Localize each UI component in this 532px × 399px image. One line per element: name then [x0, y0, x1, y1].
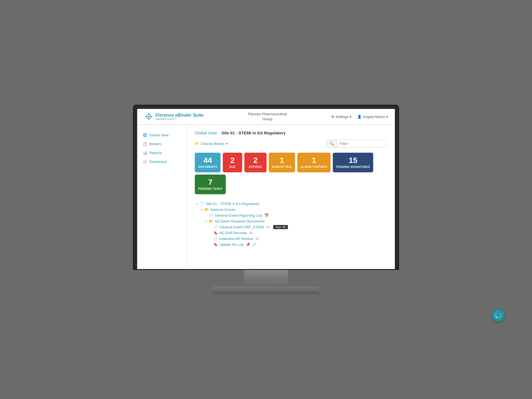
- logo-icon: [144, 112, 154, 122]
- binders-icon: 📋: [143, 142, 147, 146]
- tree-ae-required-docs: ▭ 📂 AE Event Required Documents: [204, 218, 387, 224]
- tree-ae-ehr-records: 🔖 AE EHR Records 🏷: [208, 230, 387, 236]
- sidebar-item-binders[interactable]: 📋 Binders: [137, 139, 187, 148]
- chat-button[interactable]: [492, 309, 504, 321]
- svg-point-6: [148, 114, 149, 115]
- svg-point-8: [146, 116, 147, 117]
- header-right: ⚙ Settings ▾ 👤 Angela Nelms ▾: [331, 115, 388, 119]
- filter-area: 🔍: [326, 140, 387, 148]
- org-name: Placebo Pharmaceutical Group: [248, 112, 287, 122]
- tree-ae-crf-stemi-label[interactable]: Adverse Event CRF_STEMI: [219, 225, 264, 229]
- globe-icon: 🌐: [143, 133, 147, 137]
- svg-point-9: [150, 116, 152, 117]
- tag-icon-3[interactable]: 🏷: [255, 237, 259, 241]
- stat-cards: 44 DOCUMENTS 2 DUE 2 EXPIRED 1: [195, 153, 387, 194]
- tree-adverse-events: ▭ 📂 Adverse Events: [199, 207, 387, 213]
- stat-card-pending-tasks[interactable]: 7 PENDING TASKS: [195, 175, 226, 194]
- tree-institution-ae-review: 📄 Institution AE Review 🏷: [208, 236, 387, 242]
- document-icon-2: 📄: [213, 225, 218, 229]
- app-body: 🌐 Global View 📋 Binders 📊 Reports 📈 Dash…: [137, 125, 395, 269]
- document-icon: 📄: [209, 213, 213, 218]
- user-menu[interactable]: 👤 Angela Nelms ▾: [357, 115, 388, 119]
- tag-icon-4[interactable]: 🏷: [253, 242, 256, 247]
- tree-ae-reporting-log: 📄 Adverse Event Reporting Log 📅: [204, 213, 387, 218]
- sidebar-item-reports[interactable]: 📊 Reports: [137, 148, 187, 157]
- tree-root: ▭ 📄 Site 01 - STEMI in EA Regulatory: [195, 201, 387, 207]
- calendar-icon[interactable]: 📅: [264, 213, 269, 218]
- sidebar-item-dashboard[interactable]: 📈 Dashboard: [137, 157, 187, 166]
- bookmark-icon-2: 🔖: [213, 242, 218, 247]
- svg-point-7: [148, 118, 149, 119]
- tree-root-label[interactable]: Site 01 - STEMI in EA Regulatory: [206, 202, 259, 206]
- tree-adverse-events-label[interactable]: Adverse Events: [210, 208, 236, 212]
- gear-icon: ⚙: [331, 115, 334, 119]
- stat-card-expired[interactable]: 2 EXPIRED: [244, 153, 267, 172]
- folder-icon: 📄: [200, 202, 204, 206]
- logo-subtitle: eBINDER SUITE™: [155, 118, 204, 121]
- settings-chevron-icon: ▾: [350, 115, 352, 119]
- chat-icon: [495, 312, 501, 318]
- bookmark-icon-1: 🔖: [213, 231, 218, 235]
- app-header: Florence eBinder Suite eBINDER SUITE™ Pl…: [137, 109, 395, 125]
- breadcrumb-separator: ›: [219, 131, 220, 135]
- tree-toggle-root[interactable]: ▭: [195, 202, 199, 206]
- reports-icon: 📊: [143, 150, 147, 155]
- sidebar: 🌐 Global View 📋 Binders 📊 Reports 📈 Dash…: [137, 125, 187, 269]
- tree-container: ▭ 📄 Site 01 - STEMI in EA Regulatory ▭ 📂…: [195, 201, 387, 247]
- breadcrumb: Global View › Site 01 - STEMI in EA Regu…: [195, 131, 387, 135]
- tree-update-ae-log: 🔖 Update AE Log 📌 🏷: [208, 242, 387, 247]
- tree-toggle-ae-req[interactable]: ▭: [204, 219, 208, 223]
- svg-point-5: [148, 116, 150, 117]
- tree-ae-reporting-log-label[interactable]: Adverse Event Reporting Log: [215, 213, 262, 218]
- tag-icon-2[interactable]: 🏷: [249, 231, 253, 235]
- binder-icon: 📁: [195, 142, 199, 146]
- dashboard-icon: 📈: [143, 159, 147, 164]
- pin-icon: 📌: [246, 242, 250, 247]
- main-content: Global View › Site 01 - STEMI in EA Regu…: [187, 125, 395, 269]
- user-chevron-icon: ▾: [386, 115, 388, 119]
- filter-search-icon: 🔍: [327, 140, 337, 147]
- tree-toggle-ae[interactable]: ▭: [199, 208, 203, 211]
- tree-ae-required-docs-label[interactable]: AE Event Required Documents: [215, 219, 265, 223]
- tree-ae-crf-stemi: 📄 Adverse Event CRF_STEMI 🏷 Tags: AE: [208, 224, 387, 230]
- tree-institution-ae-review-label[interactable]: Institution AE Review: [219, 237, 253, 241]
- document-icon-3: 📄: [213, 237, 218, 241]
- filter-input[interactable]: [337, 140, 387, 147]
- stat-card-due[interactable]: 2 DUE: [223, 153, 242, 172]
- stat-card-almost-expired[interactable]: 1 ALMOST EXPIRED: [297, 153, 331, 172]
- tree-update-ae-log-label[interactable]: Update AE Log: [219, 242, 243, 247]
- open-folder-icon: 📂: [204, 208, 209, 212]
- toolbar: 📁 Choose Binder ▾ 🔍: [195, 140, 387, 148]
- user-icon: 👤: [357, 115, 362, 119]
- open-folder-icon-2: 📂: [209, 219, 213, 223]
- logo-florence: Florence eBinder Suite: [155, 113, 204, 118]
- binder-chevron-icon: ▾: [226, 142, 228, 146]
- sidebar-item-global-view[interactable]: 🌐 Global View: [137, 131, 187, 139]
- settings-menu[interactable]: ⚙ Settings ▾: [331, 115, 352, 119]
- tag-badge-ae: Tags: AE: [273, 225, 288, 229]
- tag-icon-1: 🏷: [267, 225, 270, 229]
- tree-ae-ehr-records-label[interactable]: AE EHR Records: [219, 231, 247, 235]
- monitor-stand-base: [213, 287, 319, 294]
- logo: Florence eBinder Suite eBINDER SUITE™: [144, 112, 204, 122]
- monitor-stand-neck: [244, 270, 288, 287]
- stat-card-pending-signatures[interactable]: 15 PENDING SIGNATURES: [333, 153, 373, 172]
- choose-binder-button[interactable]: 📁 Choose Binder ▾: [195, 142, 228, 146]
- stat-card-almost-due[interactable]: 1 ALMOST DUE: [269, 153, 295, 172]
- breadcrumb-current: Site 01 - STEMI in EA Regulatory: [221, 131, 286, 135]
- breadcrumb-link[interactable]: Global View: [195, 131, 217, 135]
- stat-card-documents[interactable]: 44 DOCUMENTS: [195, 153, 221, 172]
